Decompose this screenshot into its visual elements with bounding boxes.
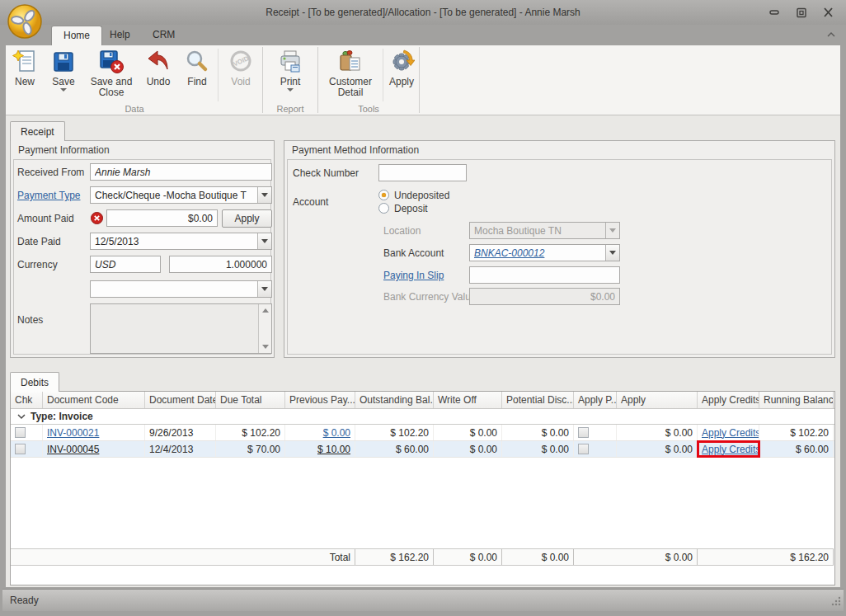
print-button[interactable]: Print bbox=[268, 47, 313, 92]
undo-icon bbox=[145, 49, 172, 75]
apply-credits-link[interactable]: Apply Credits bbox=[702, 444, 759, 455]
save-button[interactable]: Save bbox=[43, 47, 84, 98]
document-date-cell: 12/4/2013 bbox=[145, 441, 216, 457]
total-running-balance: $ 162.20 bbox=[759, 549, 834, 565]
apply-amount-button[interactable]: Apply bbox=[222, 209, 272, 228]
ribbon-separator bbox=[218, 49, 219, 101]
bank-account-combo[interactable]: BNKAC-000012 bbox=[469, 244, 620, 261]
date-paid-combo[interactable]: 12/5/2013 bbox=[90, 233, 272, 250]
group-row-invoice[interactable]: Type: Invoice bbox=[11, 409, 834, 425]
group-collapse-icon[interactable] bbox=[17, 413, 26, 420]
resize-grip[interactable] bbox=[830, 595, 841, 609]
undeposited-radio-label[interactable]: Undeposited bbox=[394, 190, 449, 201]
undeposited-radio[interactable] bbox=[378, 190, 389, 200]
column-header-potential-discount[interactable]: Potential Disc... bbox=[502, 392, 574, 408]
column-header-write-off[interactable]: Write Off bbox=[434, 392, 502, 408]
apply-payment-checkbox[interactable] bbox=[578, 444, 589, 454]
tab-receipt[interactable]: Receipt bbox=[10, 121, 65, 141]
column-header-document-code[interactable]: Document Code bbox=[43, 392, 145, 408]
currency-code-input[interactable] bbox=[90, 256, 161, 273]
find-icon bbox=[184, 49, 210, 75]
tab-debits[interactable]: Debits bbox=[10, 372, 59, 392]
table-row[interactable]: INV-000021 9/26/2013 $ 102.20 $ 0.00 $ 1… bbox=[11, 425, 834, 441]
check-number-input[interactable] bbox=[378, 164, 467, 181]
ribbon-group-label: Data bbox=[7, 104, 262, 114]
combo-dropdown-button[interactable] bbox=[605, 245, 619, 261]
save-close-icon bbox=[98, 49, 125, 75]
notes-scrollbar[interactable] bbox=[258, 304, 271, 353]
previous-payment-cell: $ 0.00 bbox=[285, 425, 355, 440]
column-header-previous-payment[interactable]: Previous Pay... bbox=[285, 392, 355, 408]
notes-textarea[interactable] bbox=[90, 303, 272, 354]
deposit-radio[interactable] bbox=[378, 203, 389, 214]
running-balance-cell: $ 60.00 bbox=[759, 441, 834, 457]
apply-payment-checkbox[interactable] bbox=[578, 427, 589, 438]
previous-payment-link[interactable]: $ 0.00 bbox=[323, 427, 350, 439]
total-label: Total bbox=[285, 549, 355, 565]
payment-type-combo[interactable]: Check/Cheque -Mocha Boutique T bbox=[90, 186, 272, 204]
ribbon-tab-crm[interactable]: CRM bbox=[141, 26, 186, 45]
previous-payment-link[interactable]: $ 10.00 bbox=[317, 444, 350, 455]
document-code-cell: INV-000045 bbox=[43, 441, 145, 457]
apply-cell: $ 0.00 bbox=[617, 425, 698, 440]
apply-payment-cell bbox=[574, 441, 617, 457]
exchange-rate-input[interactable] bbox=[169, 256, 272, 273]
deposit-radio-label[interactable]: Deposit bbox=[394, 203, 428, 214]
column-header-apply-credits[interactable]: Apply Credits bbox=[698, 392, 759, 408]
undo-button[interactable]: Undo bbox=[139, 47, 178, 98]
column-header-outstanding-balance[interactable]: Outstanding Bal... bbox=[355, 392, 434, 408]
document-code-link[interactable]: INV-000045 bbox=[47, 444, 99, 455]
outstanding-balance-cell: $ 60.00 bbox=[355, 441, 434, 457]
grid-total-row: Total $ 162.20 $ 0.00 $ 0.00 $ 0.00 $ 16… bbox=[11, 548, 834, 566]
app-logo[interactable] bbox=[6, 2, 44, 40]
amount-paid-input[interactable] bbox=[106, 209, 218, 227]
unlabeled-combo[interactable] bbox=[90, 280, 272, 298]
customer-detail-button[interactable]: Customer Detail bbox=[320, 47, 381, 98]
running-balance-cell: $ 102.20 bbox=[759, 425, 834, 440]
write-off-cell: $ 0.00 bbox=[434, 441, 502, 457]
combo-dropdown-button[interactable] bbox=[257, 233, 271, 249]
chevron-down-icon bbox=[609, 228, 616, 233]
close-button[interactable] bbox=[820, 6, 835, 19]
received-from-input[interactable] bbox=[90, 163, 272, 181]
find-button[interactable]: Find bbox=[178, 47, 216, 98]
apply-ribbon-button[interactable]: Apply bbox=[384, 47, 419, 87]
chevron-down-icon bbox=[261, 287, 268, 291]
column-header-due-total[interactable]: Due Total bbox=[216, 392, 285, 408]
restore-button[interactable] bbox=[794, 6, 809, 19]
combo-dropdown-button[interactable] bbox=[257, 281, 271, 297]
void-button: VOID Void bbox=[219, 47, 262, 87]
document-date-cell: 9/26/2013 bbox=[145, 425, 216, 440]
column-header-document-date[interactable]: Document Date bbox=[145, 392, 216, 408]
row-checkbox[interactable] bbox=[15, 444, 26, 454]
ribbon-tab-help[interactable]: Help bbox=[98, 26, 142, 45]
table-row-selected[interactable]: INV-000045 12/4/2013 $ 70.00 $ 10.00 $ 6… bbox=[11, 441, 834, 458]
document-code-link[interactable]: INV-000021 bbox=[47, 427, 99, 439]
received-from-label: Received From bbox=[17, 167, 84, 178]
ribbon-separator bbox=[383, 49, 383, 101]
new-button[interactable]: New bbox=[7, 47, 43, 98]
apply-cell: $ 0.00 bbox=[617, 441, 698, 457]
scroll-up-icon[interactable] bbox=[262, 308, 269, 313]
print-icon bbox=[277, 49, 303, 75]
combo-dropdown-button[interactable] bbox=[257, 187, 271, 203]
ribbon-tab-home[interactable]: Home bbox=[51, 26, 102, 45]
column-header-running-balance[interactable]: Running Balance bbox=[759, 392, 834, 408]
total-apply: $ 0.00 bbox=[617, 549, 698, 565]
row-checkbox[interactable] bbox=[15, 427, 26, 438]
collapse-ribbon-button[interactable] bbox=[826, 30, 836, 41]
minimize-button[interactable] bbox=[767, 6, 782, 19]
paying-in-slip-input[interactable] bbox=[469, 266, 620, 284]
chk-cell bbox=[11, 425, 43, 440]
save-and-close-button[interactable]: Save and Close bbox=[84, 47, 139, 98]
column-header-apply-payment[interactable]: Apply P... bbox=[574, 392, 617, 408]
column-header-apply[interactable]: Apply bbox=[617, 392, 698, 408]
account-label: Account bbox=[293, 196, 328, 208]
apply-credits-link[interactable]: Apply Credits bbox=[702, 427, 759, 439]
amount-paid-label: Amount Paid bbox=[17, 213, 74, 224]
date-paid-label: Date Paid bbox=[17, 236, 61, 247]
new-document-icon bbox=[12, 49, 38, 75]
scroll-down-icon[interactable] bbox=[262, 345, 269, 349]
apply-payment-cell bbox=[574, 425, 617, 440]
column-header-chk[interactable]: Chk bbox=[11, 392, 43, 408]
